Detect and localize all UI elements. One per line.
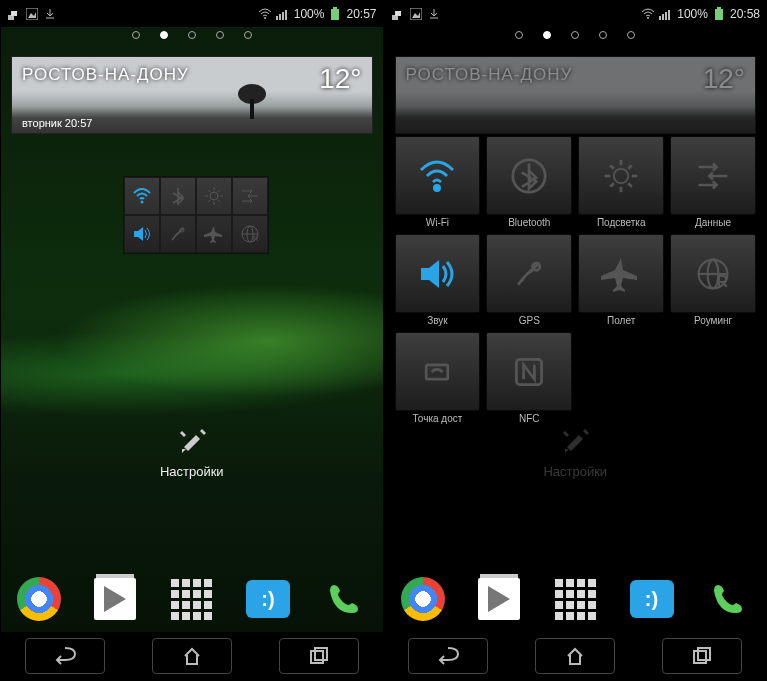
back-button[interactable] bbox=[25, 638, 105, 674]
bluetooth-icon bbox=[511, 158, 547, 194]
quick-toggle-mini-widget[interactable]: R bbox=[123, 176, 269, 254]
wifi-icon bbox=[417, 156, 457, 196]
svg-line-21 bbox=[208, 200, 210, 202]
tile-bluetooth[interactable]: Bluetooth bbox=[486, 136, 572, 228]
phone-left-home: 100% 20:57 РОСТОВ-НА-ДОНУ 12° вторник 20… bbox=[0, 0, 384, 681]
airplane-toggle[interactable] bbox=[196, 215, 232, 253]
phone-app[interactable] bbox=[703, 574, 753, 624]
page-dot[interactable] bbox=[216, 31, 224, 39]
svg-line-50 bbox=[628, 183, 632, 187]
tile-sound[interactable]: Звук bbox=[395, 234, 481, 326]
battery-icon bbox=[328, 7, 342, 21]
svg-point-35 bbox=[647, 17, 649, 19]
tile-gps[interactable]: GPS bbox=[486, 234, 572, 326]
home-button[interactable] bbox=[152, 638, 232, 674]
tile-nfc[interactable]: NFC bbox=[486, 332, 572, 424]
apps-grid-icon bbox=[171, 579, 212, 620]
tile-brightness[interactable]: Подсветка bbox=[578, 136, 664, 228]
image-icon bbox=[25, 7, 39, 21]
data-icon bbox=[695, 158, 731, 194]
svg-point-42 bbox=[435, 185, 440, 190]
sms-icon: :) bbox=[630, 580, 674, 618]
svg-rect-5 bbox=[276, 16, 278, 20]
chrome-app[interactable] bbox=[14, 574, 64, 624]
chrome-app[interactable] bbox=[398, 574, 448, 624]
tile-wifi[interactable]: Wi-Fi bbox=[395, 136, 481, 228]
roaming-icon: R bbox=[695, 256, 731, 292]
nav-bar bbox=[1, 632, 383, 680]
phone-app[interactable] bbox=[319, 574, 369, 624]
messaging-app[interactable]: :) bbox=[243, 574, 293, 624]
brightness-toggle[interactable] bbox=[196, 177, 232, 215]
all-apps[interactable] bbox=[167, 574, 217, 624]
page-dot[interactable] bbox=[244, 31, 252, 39]
svg-line-19 bbox=[208, 190, 210, 192]
home-button[interactable] bbox=[535, 638, 615, 674]
phone-right-quicksettings: 100% 20:58 РОСТОВ-НА-ДОНУ 12° Wi-Fi Blue… bbox=[384, 0, 768, 681]
roaming-toggle[interactable]: R bbox=[232, 215, 268, 253]
messaging-app[interactable]: :) bbox=[627, 574, 677, 624]
svg-text:R: R bbox=[253, 234, 259, 243]
svg-rect-30 bbox=[315, 648, 327, 660]
svg-rect-8 bbox=[285, 10, 287, 20]
data-toggle[interactable] bbox=[232, 177, 268, 215]
tile-label: Подсветка bbox=[597, 217, 646, 228]
tile-label: GPS bbox=[519, 315, 540, 326]
weather-widget[interactable]: РОСТОВ-НА-ДОНУ 12° вторник 20:57 bbox=[11, 56, 373, 134]
page-dot[interactable] bbox=[188, 31, 196, 39]
page-dot[interactable] bbox=[132, 31, 140, 39]
svg-line-22 bbox=[218, 190, 220, 192]
svg-point-13 bbox=[141, 201, 144, 204]
status-bar: 100% 20:58 bbox=[385, 1, 767, 27]
tile-label: Звук bbox=[427, 315, 448, 326]
download-icon bbox=[43, 7, 57, 21]
weather-widget-dim: РОСТОВ-НА-ДОНУ 12° bbox=[395, 56, 757, 134]
svg-marker-3 bbox=[28, 12, 36, 18]
battery-pct: 100% bbox=[677, 7, 708, 21]
tile-data[interactable]: Данные bbox=[670, 136, 756, 228]
page-dot[interactable] bbox=[160, 31, 168, 39]
settings-label: Настройки bbox=[160, 464, 224, 479]
play-store-app[interactable] bbox=[90, 574, 140, 624]
svg-rect-62 bbox=[694, 651, 706, 663]
svg-point-14 bbox=[210, 192, 218, 200]
notif-icon bbox=[7, 7, 21, 21]
dock: :) bbox=[385, 566, 767, 632]
recent-button[interactable] bbox=[279, 638, 359, 674]
svg-line-49 bbox=[610, 165, 614, 169]
page-dot[interactable] bbox=[627, 31, 635, 39]
weather-temp: 12° bbox=[319, 63, 361, 95]
page-dot[interactable] bbox=[543, 31, 551, 39]
tile-label: Bluetooth bbox=[508, 217, 550, 228]
phone-icon bbox=[708, 579, 748, 619]
download-icon bbox=[427, 7, 441, 21]
recent-button[interactable] bbox=[662, 638, 742, 674]
nav-bar bbox=[385, 632, 767, 680]
svg-rect-12 bbox=[250, 99, 254, 119]
tile-roaming[interactable]: RРоуминг bbox=[670, 234, 756, 326]
gps-toggle[interactable] bbox=[160, 215, 196, 253]
back-button[interactable] bbox=[408, 638, 488, 674]
svg-marker-53 bbox=[421, 260, 439, 288]
all-apps[interactable] bbox=[550, 574, 600, 624]
tile-airplane[interactable]: Полет bbox=[578, 234, 664, 326]
tile-label: Wi-Fi bbox=[426, 217, 449, 228]
page-dot[interactable] bbox=[515, 31, 523, 39]
tile-label: Роуминг bbox=[694, 315, 732, 326]
svg-rect-10 bbox=[333, 7, 337, 9]
wifi-toggle[interactable] bbox=[124, 177, 160, 215]
page-dot[interactable] bbox=[599, 31, 607, 39]
svg-point-4 bbox=[264, 17, 266, 19]
tile-hotspot[interactable]: Точка дост bbox=[395, 332, 481, 424]
settings-icon bbox=[557, 421, 593, 460]
settings-shortcut-dim: Настройки bbox=[385, 421, 767, 479]
svg-marker-23 bbox=[134, 227, 143, 241]
wifi-icon bbox=[641, 7, 655, 21]
weather-dayline: вторник 20:57 bbox=[22, 117, 92, 129]
airplane-icon bbox=[601, 254, 641, 294]
settings-shortcut[interactable]: Настройки bbox=[1, 421, 383, 479]
play-store-app[interactable] bbox=[474, 574, 524, 624]
page-dot[interactable] bbox=[571, 31, 579, 39]
sound-toggle[interactable] bbox=[124, 215, 160, 253]
bluetooth-toggle[interactable] bbox=[160, 177, 196, 215]
